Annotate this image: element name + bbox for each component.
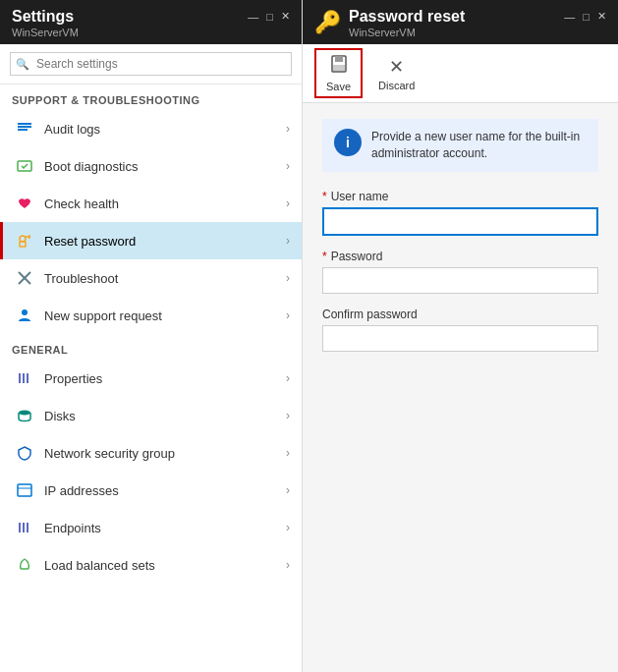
svg-rect-18 [23,523,25,532]
right-close-icon[interactable]: ✕ [597,10,606,23]
sidebar-item-network-security-group[interactable]: Network security group › [0,434,302,472]
save-button[interactable]: Save [314,48,363,98]
ip-addresses-chevron: › [286,483,290,497]
svg-point-14 [19,411,30,416]
right-subtitle: WinServerVM [349,27,465,38]
ip-addresses-label: IP addresses [44,483,286,498]
endpoints-label: Endpoints [44,521,286,535]
sidebar-item-ip-addresses[interactable]: IP addresses › [0,472,302,509]
password-input[interactable] [322,267,598,294]
audit-logs-chevron: › [286,122,290,136]
network-security-group-chevron: › [286,446,290,460]
password-required-star: * [322,250,327,263]
svg-rect-19 [27,523,28,532]
search-input[interactable] [10,52,292,76]
password-field: *Password [322,250,598,294]
properties-icon [15,368,34,388]
properties-chevron: › [286,371,290,385]
load-balanced-sets-icon [15,555,34,575]
network-security-group-label: Network security group [44,446,286,461]
sidebar-item-endpoints[interactable]: Endpoints › [0,509,302,546]
svg-rect-17 [19,523,21,532]
right-maximize-icon[interactable]: □ [583,11,590,23]
left-nav-scroll[interactable]: SUPPORT & TROUBLESHOOTING Audit logs › B… [0,84,302,672]
left-window-controls: — □ ✕ [248,10,290,23]
info-icon: i [334,129,362,156]
right-panel: 🔑 Password reset WinServerVM — □ ✕ Save [303,0,618,672]
ip-addresses-icon [15,480,34,500]
new-support-label: New support request [44,308,286,323]
right-titlebar: 🔑 Password reset WinServerVM — □ ✕ [303,0,618,44]
username-field: *User name [322,190,598,236]
svg-rect-23 [333,65,345,71]
right-window-controls: — □ ✕ [564,10,606,23]
sidebar-item-check-health[interactable]: Check health › [0,185,302,222]
sidebar-item-disks[interactable]: Disks › [0,397,302,434]
info-text: Provide a new user name for the built-in… [371,129,587,162]
svg-rect-11 [19,373,21,383]
endpoints-chevron: › [286,521,290,534]
load-balanced-sets-chevron: › [286,558,290,572]
discard-icon: ✕ [389,56,404,78]
disks-chevron: › [286,409,290,422]
toolbar: Save ✕ Discard [303,44,618,103]
troubleshoot-chevron: › [286,271,290,285]
save-label: Save [326,81,351,92]
svg-point-10 [22,309,28,315]
username-required-star: * [322,190,327,203]
sidebar-item-load-balanced-sets[interactable]: Load balanced sets › [0,546,302,584]
username-label: *User name [322,190,598,203]
password-label: *Password [322,250,598,263]
username-input[interactable] [322,207,598,236]
right-title: Password reset [349,8,465,26]
section-general: GENERAL [0,334,302,360]
svg-rect-22 [335,56,343,62]
maximize-icon[interactable]: □ [266,11,273,23]
load-balanced-sets-label: Load balanced sets [44,558,286,573]
sidebar-item-reset-password[interactable]: Reset password › [0,222,302,259]
save-icon [329,54,349,79]
form-container: i Provide a new user name for the built-… [303,103,618,672]
new-support-chevron: › [286,308,290,322]
left-panel: Settings WinServerVM — □ ✕ SUPPORT & TRO… [0,0,303,672]
svg-rect-15 [18,484,31,496]
sidebar-item-troubleshoot[interactable]: Troubleshoot › [0,259,302,297]
check-health-label: Check health [44,196,286,211]
svg-rect-0 [18,123,31,125]
sidebar-item-new-support-request[interactable]: New support request › [0,297,302,334]
discard-button[interactable]: ✕ Discard [366,50,426,97]
svg-rect-1 [18,126,31,128]
disks-label: Disks [44,409,286,423]
right-minimize-icon[interactable]: — [564,11,575,23]
sidebar-item-boot-diagnostics[interactable]: Boot diagnostics › [0,147,302,185]
troubleshoot-label: Troubleshoot [44,271,286,286]
section-support: SUPPORT & TROUBLESHOOTING [0,84,302,110]
key-icon: 🔑 [314,10,341,35]
disks-icon [15,406,34,425]
reset-password-label: Reset password [44,234,286,249]
endpoints-icon [15,518,34,537]
search-bar [0,44,302,84]
sidebar-item-properties[interactable]: Properties › [0,360,302,397]
info-banner: i Provide a new user name for the built-… [322,119,598,172]
new-support-icon [15,306,34,325]
left-subtitle: WinServerVM [12,27,79,38]
audit-logs-icon [15,119,34,139]
svg-point-4 [20,236,26,242]
boot-diagnostics-chevron: › [286,159,290,173]
svg-rect-13 [27,373,28,383]
troubleshoot-icon [15,268,34,288]
reset-password-chevron: › [286,234,290,248]
confirm-password-label: Confirm password [322,308,598,321]
check-health-chevron: › [286,196,290,210]
close-icon[interactable]: ✕ [281,10,290,23]
audit-logs-label: Audit logs [44,122,286,137]
confirm-password-input[interactable] [322,325,598,352]
boot-diagnostics-label: Boot diagnostics [44,159,286,174]
search-wrapper [10,52,292,76]
reset-password-icon [15,231,34,251]
svg-rect-5 [20,242,26,247]
minimize-icon[interactable]: — [248,11,258,23]
svg-rect-2 [18,129,28,131]
sidebar-item-audit-logs[interactable]: Audit logs › [0,110,302,147]
